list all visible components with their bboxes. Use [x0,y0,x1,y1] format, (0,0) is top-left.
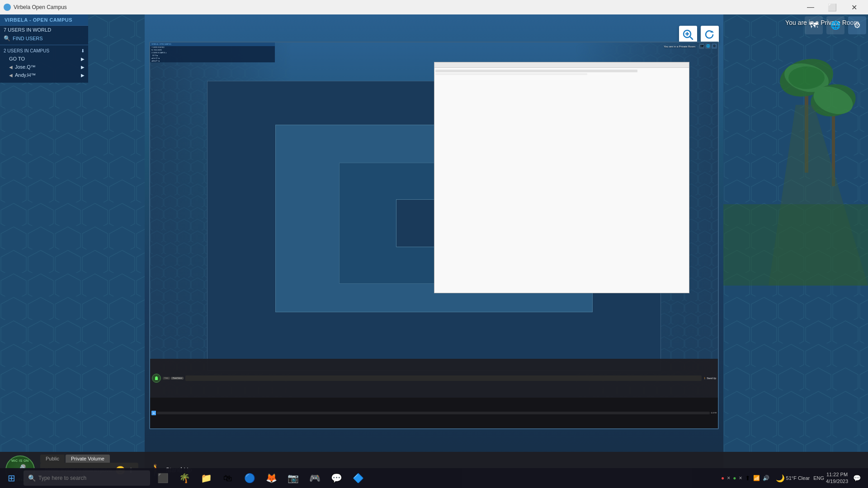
zoom-in-button[interactable] [679,26,697,44]
zoom-controls-container [679,26,719,44]
public-tab[interactable]: Public [40,455,65,463]
go-to-row[interactable]: GO TO ▶ [0,55,88,63]
title-bar: Virbela Open Campus — ⬜ ✕ [0,0,868,14]
time-display: 11:22 PM 4/19/2023 [826,471,848,485]
firefox-icon[interactable]: 🦊 [261,468,281,488]
window-title: Virbela Open Campus [14,4,67,10]
left-panel: VIRBELA - OPEN CAMPUS 7 USERS IN WORLD 🔍… [0,14,88,83]
users-in-campus-label: 2 USERS IN CAMPUS [4,48,49,53]
sort-icon: ⬇ [81,48,85,53]
go-to-label: GO TO [9,56,25,61]
windows-taskbar: ⊞ 🔍 ⬛ 🌴 📁 🛍 🔵 🦊 📷 🎮 💬 🔷 ● × ● × ⬆ 📶 🔊 🌙 [0,468,868,488]
tray-icon-1: ● [721,475,724,481]
speaker-icon-jose: ◀ [9,65,13,70]
refresh-button[interactable] [701,26,719,44]
panel-header: VIRBELA - OPEN CAMPUS [0,14,88,26]
jose-arrow: ▶ [81,65,85,70]
user-jose-row[interactable]: ◀ Jose.Q™ ▶ [0,63,88,71]
time-label: 11:22 PM [826,471,848,478]
language-label: ENG [813,475,824,481]
right-hex-wall [723,14,868,488]
chrome-icon[interactable]: 🔵 [240,468,259,488]
mic-on-label: MIC IS ON [11,459,28,462]
tray-icon-3: ● [733,475,736,481]
volume-icon: 🔊 [763,475,769,481]
store-icon[interactable]: 🛍 [218,468,238,488]
date-label: 4/19/2023 [826,478,848,485]
weather-label: 51°F Clear [786,475,810,481]
notification-button[interactable]: 💬 [850,468,863,488]
mini-browser-window [434,62,689,293]
weather-icon: 🌙 [776,474,785,483]
close-button[interactable]: ✕ [844,0,864,14]
outer-screen-frame: VIRBELA - OPEN CAMPUS 7 USERS IN WORLD 🔍… [149,42,719,429]
tray-icon-2: × [727,475,730,481]
andy-arrow: ▶ [81,73,85,78]
taskbar-search-bar[interactable]: 🔍 [24,470,150,486]
taskbar-search-input[interactable] [38,475,146,481]
world-background: VIRBELA - OPEN CAMPUS 7 USERS IN WORLD 🔍… [0,14,868,488]
photos-icon[interactable]: 📷 [283,468,303,488]
svg-point-7 [788,66,825,89]
title-bar-left: Virbela Open Campus [4,4,67,11]
top-right-icons-container: 🗺 🌐 ⚙ [805,16,866,34]
chat-tab-row: Public Private Volume [40,455,138,463]
network-icon: 📶 [753,475,760,481]
globe-icon[interactable]: 🌐 [826,16,844,34]
start-button[interactable]: ⊞ [0,468,23,488]
tray-icon-4: × [739,475,742,481]
minimize-button[interactable]: — [800,0,821,14]
app-icon [4,4,11,11]
taskbar-tray: ● × ● × ⬆ 📶 🔊 🌙 51°F Clear ENG 11:22 PM … [721,468,868,488]
mini-taskbar: ⊞ 11:22 PM [150,398,718,428]
users-in-world-label: 7 USERS IN WORLD [4,27,51,33]
virbela-icon[interactable]: 🔷 [348,468,368,488]
find-users-row[interactable]: 🔍 FIND USERS [0,34,88,43]
mini-chat-bar: Public Private Volume 🚶 Stand Up [150,359,718,397]
game-icon[interactable]: 🎮 [305,468,325,488]
svg-line-15 [690,37,693,39]
language-display: ENG [813,475,824,481]
app-name-label: VIRBELA - OPEN CAMPUS [5,17,84,23]
maximize-button[interactable]: ⬜ [822,0,843,14]
screen-container: VIRBELA - OPEN CAMPUS 7 USERS IN WORLD 🔍… [149,42,719,429]
taskbar-search-icon: 🔍 [28,474,36,482]
find-users-label: FIND USERS [13,36,43,41]
small-panel-replica: VIRBELA - OPEN CAMPUS 7 USERS IN WORLD 🔍… [150,42,275,62]
users-in-campus-row: 2 USERS IN CAMPUS ⬇ [0,47,88,55]
speaker-icon-andy: ◀ [9,73,13,78]
file-explorer-icon[interactable]: 📁 [196,468,216,488]
window-controls: — ⬜ ✕ [800,0,864,14]
user-andy-row[interactable]: ◀ Andy.H™ ▶ [0,71,88,79]
svg-rect-11 [723,204,868,286]
search-icon: 🔍 [4,35,10,42]
panel-divider-1 [0,45,88,45]
map-icon[interactable]: 🗺 [805,16,823,34]
windows-logo-icon: ⊞ [8,473,15,483]
users-in-world-row: 7 USERS IN WORLD [0,26,88,34]
tray-icon-5: ⬆ [745,474,750,482]
user-andy-label: Andy.H™ [15,72,36,78]
private-volume-tab[interactable]: Private Volume [66,455,110,463]
user-jose-label: Jose.Q™ [15,64,36,70]
left-hex-wall [0,14,145,488]
tree-app-icon[interactable]: 🌴 [175,468,194,488]
settings-icon[interactable]: ⚙ [848,16,866,34]
chat-icon[interactable]: 💬 [326,468,346,488]
task-view-button[interactable]: ⬛ [153,468,173,488]
go-to-arrow: ▶ [81,56,85,61]
game-area: VIRBELA - OPEN CAMPUS 7 USERS IN WORLD 🔍… [0,14,868,488]
weather-display[interactable]: 🌙 51°F Clear [774,473,812,483]
taskbar-apps: ⬛ 🌴 📁 🛍 🔵 🦊 📷 🎮 💬 🔷 [153,468,368,488]
